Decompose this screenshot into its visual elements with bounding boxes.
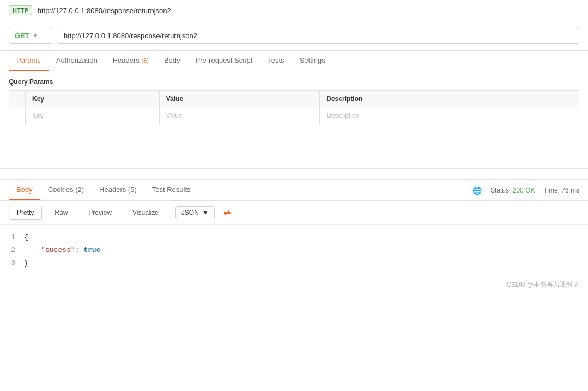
desc-col-header: Description <box>320 91 579 107</box>
response-section: Body Cookies (2) Headers (5) Test Result… <box>0 179 588 276</box>
request-section: GET ▼ Params Authorization Headers (8) B… <box>0 21 588 169</box>
globe-icon: 🌐 <box>472 186 482 195</box>
query-params-title: Query Params <box>9 78 579 86</box>
params-table: Key Value Description Key Value Descript… <box>9 90 579 124</box>
checkbox-col-header <box>9 91 26 107</box>
response-tabs-row: Body Cookies (2) Headers (5) Test Result… <box>0 180 588 201</box>
code-area: 1 { 2 "sucess": true 3 } <box>0 225 588 276</box>
wrap-button[interactable]: ⇌ <box>219 205 235 220</box>
url-bar: HTTP http://127.0.0.1:8080/response/retu… <box>0 0 588 21</box>
code-content-3: } <box>24 257 28 269</box>
format-bar: Pretty Raw Preview Visualize JSON ▼ ⇌ <box>0 201 588 225</box>
response-tab-cookies[interactable]: Cookies (2) <box>40 180 92 200</box>
status-value: 200 OK <box>513 187 535 194</box>
wrap-icon: ⇌ <box>223 207 231 218</box>
tab-params[interactable]: Params <box>9 51 49 71</box>
row-description[interactable]: Description <box>320 107 579 124</box>
response-tab-headers[interactable]: Headers (5) <box>92 180 144 200</box>
response-tab-body[interactable]: Body <box>9 180 40 200</box>
tab-body[interactable]: Body <box>156 51 188 71</box>
format-visualize-btn[interactable]: Visualize <box>124 206 167 220</box>
status-label: Status: 200 OK <box>490 187 535 194</box>
time-value: 76 ms <box>561 187 579 194</box>
row-checkbox <box>9 107 26 124</box>
key-col-header: Key <box>26 91 160 107</box>
value-col-header: Value <box>159 91 320 107</box>
method-url-row: GET ▼ <box>0 21 588 51</box>
tab-pre-request[interactable]: Pre-request Script <box>188 51 260 71</box>
format-raw-btn[interactable]: Raw <box>46 206 76 220</box>
row-key[interactable]: Key <box>26 107 160 124</box>
json-key: "sucess" <box>41 246 75 254</box>
watermark: CSDN @不能再留遗憾了 <box>0 276 588 294</box>
json-value: true <box>83 246 100 254</box>
time-label: Time: 76 ms <box>543 187 579 194</box>
response-meta: 🌐 Status: 200 OK Time: 76 ms <box>472 186 579 195</box>
line-num-1: 1 <box>9 231 24 244</box>
tab-authorization[interactable]: Authorization <box>49 51 105 71</box>
line-num-3: 3 <box>9 257 24 269</box>
http-badge: HTTP <box>9 5 32 15</box>
code-line-1: 1 { <box>9 231 579 244</box>
line-num-2: 2 <box>9 244 24 256</box>
chevron-down-icon: ▼ <box>202 209 209 216</box>
format-preview-btn[interactable]: Preview <box>80 206 120 220</box>
method-label: GET <box>15 32 29 40</box>
json-type-label: JSON <box>181 209 199 216</box>
response-tab-test-results[interactable]: Test Results <box>144 180 198 200</box>
code-content-1: { <box>24 231 28 244</box>
code-line-3: 3 } <box>9 257 579 269</box>
row-value[interactable]: Value <box>159 107 320 124</box>
query-params-section: Query Params Key Value Description Key V… <box>0 71 588 124</box>
code-content-2: "sucess": true <box>24 244 100 256</box>
tab-tests[interactable]: Tests <box>260 51 292 71</box>
json-type-select[interactable]: JSON ▼ <box>175 206 215 219</box>
header-url: http://127.0.0.1:8080/response/returnjso… <box>38 7 171 15</box>
tab-settings[interactable]: Settings <box>292 51 333 71</box>
table-row: Key Value Description <box>9 107 579 124</box>
code-line-2: 2 "sucess": true <box>9 244 579 256</box>
chevron-down-icon: ▼ <box>33 33 38 39</box>
format-pretty-btn[interactable]: Pretty <box>9 206 42 220</box>
method-select[interactable]: GET ▼ <box>9 28 52 44</box>
request-tabs: Params Authorization Headers (8) Body Pr… <box>0 51 588 71</box>
url-input[interactable] <box>57 28 579 44</box>
tab-headers[interactable]: Headers (8) <box>105 51 156 71</box>
